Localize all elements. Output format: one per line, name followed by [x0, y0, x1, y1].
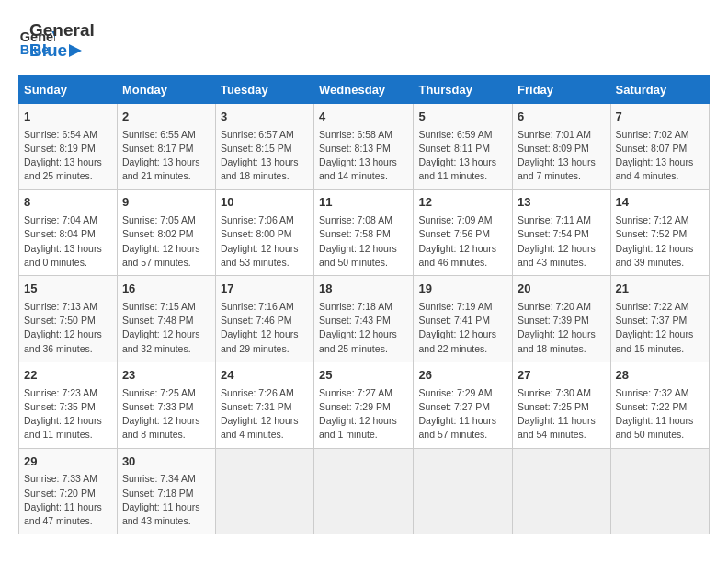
calendar-day-11: 11Sunrise: 7:08 AMSunset: 7:58 PMDayligh…	[314, 190, 414, 276]
day-content: Sunrise: 7:23 AMSunset: 7:35 PMDaylight:…	[24, 386, 112, 442]
day-number: 8	[24, 194, 112, 212]
col-header-monday: Monday	[117, 75, 215, 103]
calendar-day-30: 30Sunrise: 7:34 AMSunset: 7:18 PMDayligh…	[117, 448, 215, 534]
day-number: 25	[319, 367, 408, 385]
col-header-thursday: Thursday	[414, 75, 513, 103]
day-content: Sunrise: 7:11 AMSunset: 7:54 PMDaylight:…	[518, 213, 606, 270]
day-number: 24	[221, 367, 309, 385]
day-content: Sunrise: 6:57 AMSunset: 8:15 PMDaylight:…	[221, 128, 309, 184]
day-content: Sunrise: 7:15 AMSunset: 7:48 PMDaylight:…	[122, 300, 210, 356]
calendar-day-1: 1Sunrise: 6:54 AMSunset: 8:19 PMDaylight…	[19, 103, 118, 190]
calendar-day-8: 8Sunrise: 7:04 AMSunset: 8:04 PMDaylight…	[19, 190, 118, 276]
logo-blue-text: Blue	[29, 40, 95, 61]
day-content: Sunrise: 7:22 AMSunset: 7:37 PMDaylight:…	[616, 300, 704, 356]
calendar-day-10: 10Sunrise: 7:06 AMSunset: 8:00 PMDayligh…	[215, 190, 313, 276]
calendar-day-13: 13Sunrise: 7:11 AMSunset: 7:54 PMDayligh…	[513, 190, 611, 276]
day-content: Sunrise: 7:34 AMSunset: 7:18 PMDaylight:…	[122, 472, 210, 528]
day-content: Sunrise: 7:13 AMSunset: 7:50 PMDaylight:…	[24, 300, 112, 356]
day-number: 16	[122, 281, 210, 298]
calendar-day-5: 5Sunrise: 6:59 AMSunset: 8:11 PMDaylight…	[414, 103, 513, 190]
empty-cell	[314, 448, 414, 534]
day-content: Sunrise: 6:58 AMSunset: 8:13 PMDaylight:…	[319, 128, 408, 184]
day-number: 26	[418, 367, 507, 385]
day-number: 22	[24, 367, 112, 385]
day-number: 4	[319, 109, 408, 126]
day-content: Sunrise: 7:18 AMSunset: 7:43 PMDaylight:…	[319, 300, 408, 356]
calendar-day-19: 19Sunrise: 7:19 AMSunset: 7:41 PMDayligh…	[414, 276, 513, 362]
day-content: Sunrise: 7:04 AMSunset: 8:04 PMDaylight:…	[24, 213, 112, 270]
calendar-day-17: 17Sunrise: 7:16 AMSunset: 7:46 PMDayligh…	[215, 276, 313, 362]
day-number: 3	[221, 109, 309, 126]
logo-general-text: General	[29, 20, 95, 40]
day-number: 23	[122, 367, 210, 385]
day-content: Sunrise: 7:16 AMSunset: 7:46 PMDaylight:…	[221, 300, 309, 356]
day-number: 13	[518, 194, 606, 212]
day-content: Sunrise: 7:26 AMSunset: 7:31 PMDaylight:…	[221, 386, 309, 442]
day-content: Sunrise: 7:29 AMSunset: 7:27 PMDaylight:…	[418, 386, 507, 442]
day-number: 30	[122, 454, 210, 471]
logo: General Blue General Blue	[18, 18, 95, 61]
calendar-day-6: 6Sunrise: 7:01 AMSunset: 8:09 PMDaylight…	[513, 103, 611, 190]
empty-cell	[215, 448, 313, 534]
calendar-day-20: 20Sunrise: 7:20 AMSunset: 7:39 PMDayligh…	[513, 276, 611, 362]
col-header-saturday: Saturday	[610, 75, 709, 103]
col-header-wednesday: Wednesday	[314, 75, 414, 103]
day-number: 7	[616, 109, 704, 126]
day-content: Sunrise: 7:02 AMSunset: 8:07 PMDaylight:…	[616, 128, 704, 184]
day-number: 18	[319, 281, 408, 298]
day-content: Sunrise: 7:05 AMSunset: 8:02 PMDaylight:…	[122, 213, 210, 270]
day-content: Sunrise: 7:33 AMSunset: 7:20 PMDaylight:…	[24, 472, 112, 528]
day-number: 27	[518, 367, 606, 385]
day-number: 21	[616, 281, 704, 298]
col-header-sunday: Sunday	[19, 75, 118, 103]
day-number: 1	[24, 109, 112, 126]
calendar-day-14: 14Sunrise: 7:12 AMSunset: 7:52 PMDayligh…	[610, 190, 709, 276]
day-content: Sunrise: 7:09 AMSunset: 7:56 PMDaylight:…	[418, 213, 507, 270]
calendar-day-29: 29Sunrise: 7:33 AMSunset: 7:20 PMDayligh…	[19, 448, 118, 534]
day-number: 12	[418, 194, 507, 212]
day-number: 10	[221, 194, 309, 212]
calendar-day-7: 7Sunrise: 7:02 AMSunset: 8:07 PMDaylight…	[610, 103, 709, 190]
calendar-day-9: 9Sunrise: 7:05 AMSunset: 8:02 PMDaylight…	[117, 190, 215, 276]
calendar-day-25: 25Sunrise: 7:27 AMSunset: 7:29 PMDayligh…	[314, 362, 414, 448]
day-content: Sunrise: 7:20 AMSunset: 7:39 PMDaylight:…	[518, 300, 606, 356]
calendar-day-12: 12Sunrise: 7:09 AMSunset: 7:56 PMDayligh…	[414, 190, 513, 276]
logo-arrow-icon	[69, 44, 82, 57]
empty-cell	[610, 448, 709, 534]
calendar-day-23: 23Sunrise: 7:25 AMSunset: 7:33 PMDayligh…	[117, 362, 215, 448]
day-number: 28	[616, 367, 704, 385]
col-header-tuesday: Tuesday	[215, 75, 313, 103]
day-number: 15	[24, 281, 112, 298]
calendar-day-3: 3Sunrise: 6:57 AMSunset: 8:15 PMDaylight…	[215, 103, 313, 190]
day-number: 14	[616, 194, 704, 212]
day-content: Sunrise: 7:30 AMSunset: 7:25 PMDaylight:…	[518, 386, 606, 442]
day-content: Sunrise: 7:25 AMSunset: 7:33 PMDaylight:…	[122, 386, 210, 442]
day-number: 11	[319, 194, 408, 212]
empty-cell	[414, 448, 513, 534]
day-number: 2	[122, 109, 210, 126]
calendar-day-22: 22Sunrise: 7:23 AMSunset: 7:35 PMDayligh…	[19, 362, 118, 448]
day-content: Sunrise: 7:08 AMSunset: 7:58 PMDaylight:…	[319, 213, 408, 270]
day-number: 29	[24, 454, 112, 471]
day-number: 20	[518, 281, 606, 298]
calendar-day-28: 28Sunrise: 7:32 AMSunset: 7:22 PMDayligh…	[610, 362, 709, 448]
day-content: Sunrise: 7:01 AMSunset: 8:09 PMDaylight:…	[518, 128, 606, 184]
day-content: Sunrise: 7:12 AMSunset: 7:52 PMDaylight:…	[616, 213, 704, 270]
col-header-friday: Friday	[513, 75, 611, 103]
calendar-day-16: 16Sunrise: 7:15 AMSunset: 7:48 PMDayligh…	[117, 276, 215, 362]
day-number: 6	[518, 109, 606, 126]
calendar-day-26: 26Sunrise: 7:29 AMSunset: 7:27 PMDayligh…	[414, 362, 513, 448]
calendar-day-15: 15Sunrise: 7:13 AMSunset: 7:50 PMDayligh…	[19, 276, 118, 362]
svg-marker-3	[69, 44, 82, 57]
calendar-day-18: 18Sunrise: 7:18 AMSunset: 7:43 PMDayligh…	[314, 276, 414, 362]
day-content: Sunrise: 7:27 AMSunset: 7:29 PMDaylight:…	[319, 386, 408, 442]
calendar-day-24: 24Sunrise: 7:26 AMSunset: 7:31 PMDayligh…	[215, 362, 313, 448]
day-content: Sunrise: 6:54 AMSunset: 8:19 PMDaylight:…	[24, 128, 112, 184]
day-number: 9	[122, 194, 210, 212]
day-number: 19	[418, 281, 507, 298]
calendar-day-2: 2Sunrise: 6:55 AMSunset: 8:17 PMDaylight…	[117, 103, 215, 190]
day-content: Sunrise: 7:32 AMSunset: 7:22 PMDaylight:…	[616, 386, 704, 442]
day-number: 17	[221, 281, 309, 298]
calendar-table: SundayMondayTuesdayWednesdayThursdayFrid…	[18, 75, 710, 535]
calendar-day-4: 4Sunrise: 6:58 AMSunset: 8:13 PMDaylight…	[314, 103, 414, 190]
